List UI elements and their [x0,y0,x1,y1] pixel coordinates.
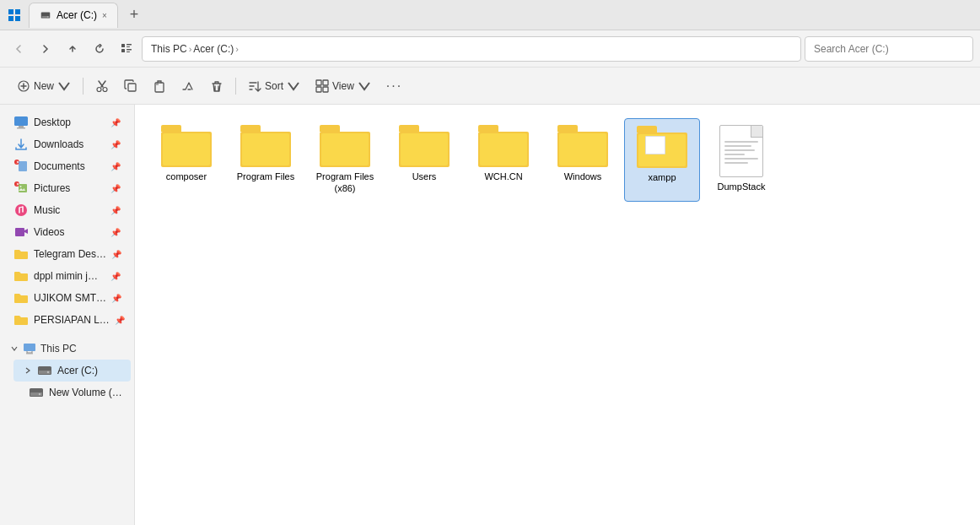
sidebar-label-new-volume: New Volume (… [49,387,122,398]
back-button[interactable] [7,37,30,61]
sidebar: Desktop 📌 Downloads 📌 ✕ Documents 📌 ✕ [0,105,135,525]
paste-button[interactable] [146,73,173,99]
delete-button[interactable] [203,73,230,99]
svg-point-14 [97,87,101,91]
pictures-icon: ✕ [13,181,29,196]
svg-point-33 [15,204,27,216]
svg-rect-35 [24,344,35,351]
sidebar-label-videos: Videos [34,226,64,238]
svg-rect-20 [323,80,328,85]
file-item-composer[interactable]: composer [148,118,224,202]
sidebar-item-acer-c[interactable]: Acer (C:) [13,360,131,382]
toolbar-separator-1 [83,78,83,95]
sidebar-item-ujikom[interactable]: UJIKOM SMT… 📌 [3,287,131,309]
pin-icon-videos: 📌 [110,228,121,237]
sidebar-label-acer-c: Acer (C:) [57,365,98,376]
new-tab-button[interactable]: + [125,6,144,24]
folder-icon-program-files [240,125,291,167]
address-path[interactable]: This PC › Acer (C:) › [142,36,801,62]
downloads-icon [13,137,29,152]
pin-icon-desktop: 📌 [110,118,121,127]
collapse-icon [10,344,19,353]
svg-rect-8 [127,44,132,46]
svg-rect-2 [8,16,13,21]
forward-button[interactable] [34,37,57,61]
folder-icon-dppl [13,268,29,284]
videos-icon [13,225,29,240]
file-label-windows: Windows [564,170,602,182]
view-dropdown-icon [358,79,371,93]
tab-close-button[interactable]: × [102,11,107,20]
layout-button[interactable] [115,37,138,61]
sidebar-item-telegram[interactable]: Telegram Des… 📌 [3,243,131,265]
svg-point-32 [20,186,22,187]
pin-icon-ujikom: 📌 [111,294,121,303]
sidebar-label-pictures: Pictures [34,182,70,194]
svg-text:✕: ✕ [16,181,19,187]
sidebar-item-desktop[interactable]: Desktop 📌 [3,111,131,133]
sort-icon [248,79,261,93]
refresh-button[interactable] [88,37,111,61]
active-tab[interactable]: Acer (C:) × [29,3,118,28]
sidebar-item-pictures[interactable]: ✕ Pictures 📌 [3,177,131,199]
sidebar-item-documents[interactable]: ✕ Documents 📌 [3,155,131,177]
search-input[interactable] [814,43,964,55]
view-button[interactable]: View [309,73,378,99]
sidebar-item-dppl[interactable]: dppl mimin j… 📌 [3,265,131,287]
svg-rect-12 [127,51,130,52]
path-separator-2: › [235,44,239,54]
copy-button[interactable] [117,73,144,99]
file-item-program-files[interactable]: Program Files [228,118,304,202]
sidebar-item-videos[interactable]: Videos 📌 [3,221,131,243]
toolbar: New Sort View ··· [0,68,980,105]
new-button[interactable]: New [10,73,78,99]
sidebar-item-downloads[interactable]: Downloads 📌 [3,133,131,155]
svg-point-39 [47,371,49,373]
svg-rect-3 [15,16,20,21]
sort-button[interactable]: Sort [241,73,307,99]
drive-icon-new-vol [29,385,44,400]
file-item-wch-cn[interactable]: WCH.CN [466,118,541,202]
svg-text:✕: ✕ [16,160,19,165]
file-label-program-files: Program Files [237,170,294,182]
pin-icon-telegram: 📌 [111,250,121,259]
file-item-program-files-x86[interactable]: Program Files (x86) [307,118,383,202]
cut-button[interactable] [89,73,116,99]
copy-icon [124,79,137,93]
search-box[interactable] [805,36,973,62]
svg-rect-25 [17,127,25,129]
drive-icon [40,9,51,21]
folder-icon-composer [161,125,212,167]
sidebar-item-new-volume[interactable]: New Volume (… [13,382,131,403]
pin-icon-pictures: 📌 [110,184,121,193]
file-label-composer: composer [166,170,207,182]
svg-rect-24 [19,126,24,127]
textfile-icon-dumpstack [719,125,763,177]
drive-icon-acer [37,363,52,378]
rename-icon [181,79,195,93]
file-label-wch-cn: WCH.CN [484,170,522,182]
sidebar-item-persiapan[interactable]: PERSIAPAN L… 📌 [3,309,131,331]
folder-icon-wch-cn [478,125,529,167]
up-button[interactable] [61,37,84,61]
file-item-users[interactable]: Users [386,118,462,202]
this-pc-expander[interactable]: This PC [3,338,131,360]
view-icon [315,79,329,93]
svg-rect-10 [121,49,125,52]
folder-icon-program-files-x86 [320,125,370,167]
svg-rect-28 [19,161,27,171]
file-item-xampp[interactable]: xampp [624,118,700,202]
cut-icon [95,79,109,93]
file-label-users: Users [412,170,437,182]
new-icon [17,79,30,93]
sidebar-label-desktop: Desktop [34,116,71,128]
file-item-windows[interactable]: Windows [545,118,621,202]
more-button[interactable]: ··· [380,73,409,99]
svg-rect-16 [128,84,136,91]
file-item-dumpstack[interactable]: DumpStack [703,118,779,202]
svg-rect-34 [15,228,24,236]
folder-icon-persiapan [13,312,29,327]
sidebar-item-music[interactable]: Music 📌 [3,199,131,221]
main-layout: Desktop 📌 Downloads 📌 ✕ Documents 📌 ✕ [0,105,980,525]
rename-button[interactable] [175,73,202,99]
